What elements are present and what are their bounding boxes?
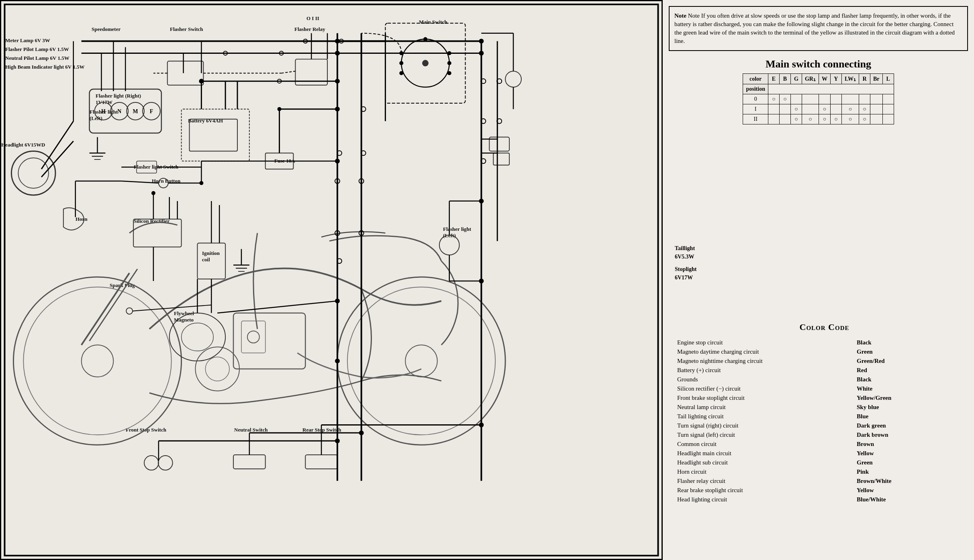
svg-point-25 [422,60,429,66]
col-G: G [790,74,802,84]
color-silicon-rect: White [854,384,974,393]
note-box: Note Note If you often drive at slow spe… [669,6,968,51]
svg-rect-34 [190,119,237,151]
svg-rect-7 [233,313,305,369]
svg-point-141 [479,279,484,283]
svg-point-131 [335,79,340,83]
color-grounds: Black [854,375,974,384]
svg-point-47 [158,456,173,470]
pos-0: 0 [743,94,768,104]
color-row-0: Engine stop circuit Black [675,338,974,347]
svg-point-135 [335,358,340,363]
color-row-7: Neutral lamp circuit Sky blue [675,403,974,412]
switch-table: color E B G GR₁ W Y LW₁ R Br L [743,73,894,124]
cell-II-R: ○ [859,114,870,124]
cell-II-LW1: ○ [841,114,859,124]
note-text: Note If you often drive at slow speeds o… [674,12,955,44]
wiring-diagram: Meter Lamp 6V 3W Flasher Pilot Lamp 6V 1… [0,0,663,560]
color-neutral-lamp: Sky blue [854,403,974,412]
pos-II: II [743,114,768,124]
taillight-label: TaillightTaillight 6V5.3W6V5.3W [675,244,974,261]
switch-row-II: II ○ ○ ○ ○ ○ ○ [743,114,894,124]
svg-point-11 [205,357,229,381]
circuit-tail-lighting: Tail lighting circuit [675,412,854,421]
color-battery-plus: Red [854,366,974,375]
svg-point-132 [335,107,340,112]
circuit-turn-right: Turn signal (right) circuit [675,421,854,430]
color-flasher-relay: Brown/White [854,477,974,486]
svg-point-2 [23,287,171,435]
color-row-10: Turn signal (left) circuit Dark brown [675,430,974,440]
color-head-lighting: Blue/White [854,495,974,504]
wiring-svg: H N M F [1,1,662,559]
svg-rect-21 [167,61,204,85]
svg-point-39 [182,323,214,351]
svg-point-134 [335,299,340,303]
svg-rect-83 [137,161,157,173]
svg-point-9 [247,331,259,343]
svg-point-41 [18,158,49,188]
color-turn-left: Dark brown [854,430,974,440]
color-tail-lighting: Blue [854,412,974,421]
col-LW1: LW₁ [841,74,859,84]
col-E: E [768,74,779,84]
color-row-8: Tail lighting circuit Blue [675,412,974,421]
color-row-3: Battery (+) circuit Red [675,366,974,375]
svg-point-31 [447,61,451,65]
taillight-stoplight-section: TaillightTaillight 6V5.3W6V5.3W Stopligh… [675,244,974,282]
svg-point-46 [144,456,159,470]
circuit-grounds: Grounds [675,375,854,384]
cell-II-Y: ○ [830,114,841,124]
svg-point-45 [439,235,459,255]
svg-rect-48 [233,455,265,469]
svg-point-139 [479,51,484,55]
cell-I-G: ○ [790,104,802,114]
svg-point-136 [335,438,340,443]
col-R: R [859,74,870,84]
color-row-6: Front brake stoplight circuit Yellow/Gre… [675,393,974,403]
circuit-head-lighting: Head lighting circuit [675,495,854,504]
color-code-section: Color Code Engine stop circuit Black Mag… [675,322,974,504]
svg-text:H: H [101,108,106,114]
color-engine-stop: Black [854,338,974,347]
circuit-engine-stop: Engine stop circuit [675,338,854,347]
svg-rect-49 [305,455,337,469]
svg-point-137 [359,430,364,435]
color-horn: Pink [854,467,974,477]
svg-rect-8 [241,321,265,353]
col-Y: Y [830,74,841,84]
svg-point-3 [82,345,114,377]
circuit-magneto-night: Magneto nighttime charging circuit [675,356,854,366]
circuit-silicon-rect: Silicon rectifier (−) circuit [675,384,854,393]
position-header: position [743,84,768,94]
circuit-headlight-main: Headlight main circuit [675,449,854,458]
svg-point-142 [479,422,484,427]
svg-text:F: F [150,108,153,114]
switch-connecting-title: Main switch connecting [669,58,968,70]
circuit-horn: Horn circuit [675,467,854,477]
color-common: Brown [854,440,974,449]
color-row-9: Turn signal (right) circuit Dark green [675,421,974,430]
color-row-4: Grounds Black [675,375,974,384]
color-headlight-main: Yellow [854,449,974,458]
cell-II-W: ○ [819,114,830,124]
svg-text:N: N [117,108,121,114]
svg-line-73 [41,121,74,169]
pos-I: I [743,104,768,114]
note-title: Note [674,12,686,19]
circuit-headlight-sub: Headlight sub circuit [675,458,854,467]
circuit-turn-left: Turn signal (left) circuit [675,430,854,440]
svg-point-78 [159,178,168,188]
svg-rect-36 [133,219,181,247]
svg-line-79 [121,181,159,183]
svg-point-32 [447,71,451,75]
col-W: W [819,74,830,84]
svg-point-1 [13,277,181,445]
svg-point-138 [479,39,484,44]
stoplight-label: Stoplight6V17W [675,265,974,282]
cell-0-E: ○ [768,94,779,104]
cell-I-LW1: ○ [841,104,859,114]
svg-point-143 [199,79,204,83]
color-turn-right: Dark green [854,421,974,430]
circuit-neutral-lamp: Neutral lamp circuit [675,403,854,412]
